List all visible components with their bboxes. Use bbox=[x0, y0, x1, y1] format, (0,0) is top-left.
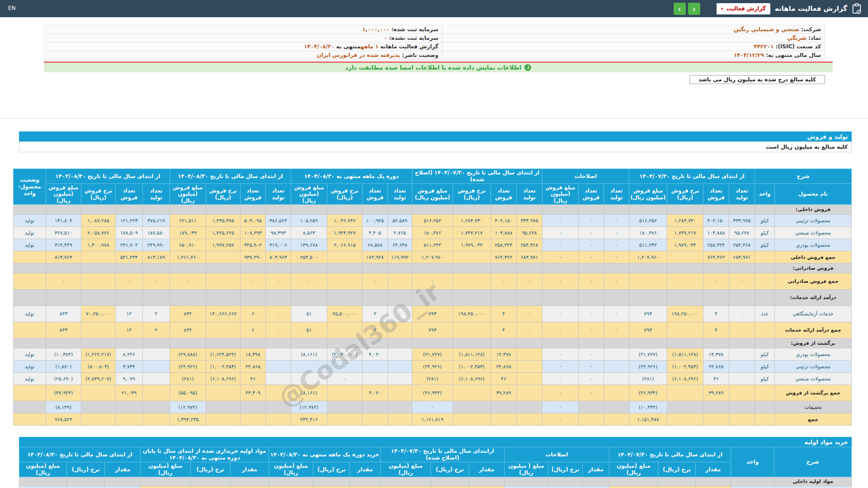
cell: ۲ bbox=[362, 322, 387, 338]
cell: ۱۴۰,۶۶۶,۶۶۷ bbox=[206, 306, 240, 322]
cell: ۱۸۴,۳۸۲ bbox=[66, 486, 105, 488]
next-period-button[interactable]: › bbox=[688, 3, 700, 15]
cell: ۰ bbox=[604, 215, 629, 227]
cell: ۱۰۵,۲۵۹ bbox=[291, 215, 327, 227]
cell: ۱,۹۴۳,۹۲۷ bbox=[327, 227, 362, 239]
table-row: محصولات صنعتيکیلو۴۶(۶,۱۰۸,۶۹۶)(۲۸۱)۰۰۴۶(… bbox=[13, 373, 851, 385]
column-header: نرخ فروش(ریال) bbox=[453, 184, 491, 205]
company-info: شرکت: صنعتي و شيميايي رنگينسرمایه ثبت شد… bbox=[44, 25, 825, 60]
cell bbox=[703, 413, 729, 426]
column-header: واحد bbox=[755, 184, 774, 205]
cell bbox=[453, 385, 491, 401]
cell: ۱,۹۷۹,۰۳۴ bbox=[453, 239, 491, 251]
cell: ۰ bbox=[142, 273, 170, 290]
language-switch-en[interactable]: EN bbox=[8, 5, 16, 11]
cell bbox=[604, 413, 629, 426]
cell: ۱,۷۳۷,۲۱۷ bbox=[667, 227, 703, 239]
cell: ۹۸,۳۹۳ bbox=[265, 227, 291, 239]
cell: ۶۷,۵۷۸ bbox=[362, 239, 387, 251]
cell: ۱۰۳,۸۸۸ bbox=[491, 227, 516, 239]
table-row: محصولات تزئينيکیلو۲۴,۸۶۵(۱,۰۰۲,۴۵۳)(۲۴,۹… bbox=[13, 361, 851, 373]
cell: ۶۸۳,۹۷۱ bbox=[729, 251, 755, 263]
cell: (۲۱,۷۲۷) bbox=[629, 348, 667, 361]
cell: ۴۰۲,۱۵۰ bbox=[703, 215, 729, 227]
cell: ۸,۲۲۶ bbox=[115, 348, 142, 361]
column-header: تعدادتولید bbox=[604, 184, 629, 205]
table-row: فروش صادراتی: bbox=[13, 263, 851, 273]
cell: ۹,۰۷۹ bbox=[115, 373, 142, 385]
column-header: از ابتدای سال مالی تا تاریخ ۱۴۰۴/۰۸/۳۰ bbox=[170, 169, 291, 184]
cell: ۴۶ bbox=[491, 373, 516, 385]
cell: ۰ bbox=[542, 401, 578, 413]
cell: (۱۲,۹۷۴) bbox=[170, 401, 206, 413]
prev-period-button[interactable]: ‹ bbox=[674, 3, 686, 15]
cell: (۲۸۱) bbox=[170, 373, 206, 385]
raw-materials-title: خرید مواد اولیه bbox=[804, 439, 848, 446]
cell: ۷۶۴,۳۶۲ bbox=[491, 251, 516, 263]
notice-text: اطلاعات نمایش داده شده با اطلاعات امضا ش… bbox=[345, 64, 522, 71]
cell: ۷,۰۷۴ bbox=[349, 486, 380, 488]
cell bbox=[81, 251, 115, 263]
cell: ۱,۹۷۹,۰۳۴ bbox=[667, 239, 703, 251]
cell bbox=[81, 385, 115, 401]
cell bbox=[453, 401, 491, 413]
column-header: از ابتدای سال مالی تا تاریخ ۱۴۰۴/۰۷/۳۰ bbox=[609, 447, 731, 462]
cell: (۳۷,۹۴۳) bbox=[46, 385, 81, 401]
table-row: جمع فروش داخلی۶۸۳,۹۷۱۷۶۴,۳۶۲۱,۲۰۷,۹۶۰۰۰۰… bbox=[13, 251, 851, 263]
cell: ۲۳۲,۴۱۶ bbox=[291, 413, 327, 426]
cell: ۰ bbox=[265, 273, 291, 290]
cell: ۱,۰۴۲,۷۳۶ bbox=[327, 215, 362, 227]
cell: ۰ bbox=[578, 273, 604, 290]
cell: ۵۲,۷۵۸ bbox=[381, 486, 431, 488]
report-type-dropdown[interactable]: گزارش فعالیت ▾ bbox=[717, 3, 770, 14]
column-header: تعدادتولید bbox=[729, 184, 755, 205]
table-row: جمع درآمد ارائه خدمات۰۴۷۹۳۰۰۰۰۴۷۹۳۰۲۵۱۰۶… bbox=[13, 322, 851, 338]
column-header: مقدار bbox=[349, 462, 380, 477]
cell: ۲۴,۸۶۵ bbox=[240, 361, 265, 373]
cell: ۱۰۳,۸۸۸ bbox=[703, 227, 729, 239]
cell: ۱۸۷,۵۸۰ bbox=[142, 227, 170, 239]
cell: (۱,۰۰۲,۴۵۳) bbox=[667, 361, 703, 373]
cell: ۳۷۵,۶۱۹ bbox=[142, 215, 170, 227]
cell: ۲۴,۸۶۵ bbox=[703, 361, 729, 373]
cell: ۱۲ bbox=[115, 306, 142, 322]
info-row: کد صنعت (ISIC): ۴۴۲۲۰۱گزارش فعالیت ماهان… bbox=[44, 42, 825, 51]
cell bbox=[206, 401, 240, 413]
cell bbox=[729, 348, 755, 361]
cell: ۰ bbox=[629, 273, 667, 290]
column-header: تعدادفروش bbox=[491, 184, 516, 205]
column-header: تعدادتولید bbox=[387, 184, 412, 205]
cell bbox=[387, 373, 412, 385]
cell: (۸,۱۳۹) bbox=[46, 401, 81, 413]
cell bbox=[667, 385, 703, 401]
cell bbox=[667, 273, 703, 290]
cell: ۰ bbox=[542, 413, 578, 426]
cell: ۰ bbox=[578, 322, 604, 338]
cell: ۱,۲۸۳,۷۳۰ bbox=[453, 215, 491, 227]
cell: ۶ bbox=[240, 306, 265, 322]
cell: ۰ bbox=[412, 401, 453, 413]
cell: ۲ bbox=[142, 322, 170, 338]
cell: ۰ bbox=[387, 306, 412, 322]
cell bbox=[387, 401, 412, 413]
column-header: از ابتدای سال مالی تا تاریخ ۱۴۰۳/۰۸/۳۰ bbox=[19, 447, 141, 462]
column-header: دوره یک ماهه منتهی به ۱۴۰۴/۰۸/۳۰ bbox=[291, 169, 412, 184]
cell: ۴۲۳,۳۴۴ bbox=[431, 486, 469, 488]
cell: ۹۵,۶۲۸ bbox=[729, 227, 755, 239]
cell: ۴,۰۲۰ bbox=[362, 348, 387, 361]
cell: ۲ bbox=[142, 306, 170, 322]
column-header: نرخ (ریال) bbox=[190, 462, 231, 477]
cell: ۰ bbox=[516, 273, 542, 290]
table-row: جمع برگشت از فروش۳۹,۲۸۹(۴۶,۹۳۴)۰۰۳۹,۲۸۹(… bbox=[13, 385, 851, 401]
cell: ۶۴,۶۳۸ bbox=[387, 239, 412, 251]
cell: ۱۹۸,۲۵۰,۰۰۰ bbox=[667, 306, 703, 322]
cell bbox=[729, 385, 755, 401]
cell bbox=[327, 401, 362, 413]
cell bbox=[387, 361, 412, 373]
table-unit-note: کلیه مبالغ به میلیون ریال است bbox=[19, 141, 852, 152]
table-row: محصولات تزئينيکیلو۳۳۳,۹۷۵۴۰۲,۱۵۰۱,۲۸۳,۷۳… bbox=[13, 215, 851, 227]
cell: ۱,۹۹۷,۲۵۷ bbox=[206, 239, 240, 251]
table-row: فروش داخلی: bbox=[13, 205, 851, 215]
cell bbox=[81, 322, 115, 338]
cell: ۰ bbox=[729, 306, 755, 322]
